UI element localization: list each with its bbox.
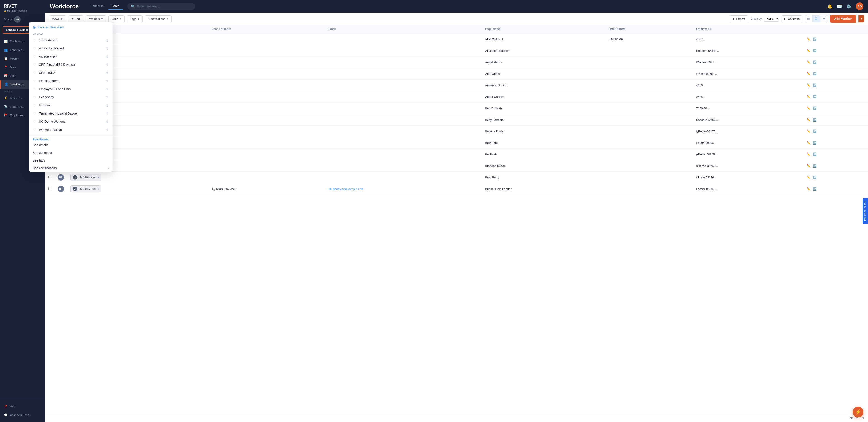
view-item-label: UG Demo Workers: [39, 120, 66, 123]
dropdown-presets-list: See details See absences See tags See ce…: [29, 141, 113, 172]
dropdown-view-item[interactable]: ♡ Foreman 🗑: [29, 101, 113, 109]
trash-icon[interactable]: 🗑: [106, 112, 109, 115]
view-item-label: Arcade View: [39, 55, 57, 58]
view-item-label: Email Address: [39, 79, 59, 83]
heart-icon: ♡: [33, 95, 37, 99]
trash-icon[interactable]: 🗑: [106, 96, 109, 99]
save-new-view-button[interactable]: ⊕ Save as New View: [33, 25, 64, 30]
heart-icon: ♡: [33, 38, 37, 42]
dropdown-preset-item[interactable]: See details: [29, 141, 113, 149]
view-item-label: Everybody: [39, 95, 54, 99]
dropdown-preset-item[interactable]: See tags: [29, 157, 113, 164]
dropdown-views-list: ♡ 5 Star Airport 🗑 ♡ Active Job Report 🗑…: [29, 36, 113, 134]
trash-icon[interactable]: 🗑: [106, 79, 109, 83]
dropdown-view-item[interactable]: ♡ Everybody 🗑: [29, 93, 113, 101]
trash-icon[interactable]: 🗑: [106, 120, 109, 123]
heart-icon: ♡: [33, 79, 37, 83]
dropdown-preset-item[interactable]: See certifications ›: [29, 164, 113, 172]
dropdown-divider: [29, 135, 113, 135]
trash-icon[interactable]: 🗑: [106, 128, 109, 131]
trash-icon[interactable]: 🗑: [106, 39, 109, 42]
view-item-label: Foreman: [39, 103, 52, 107]
view-item-label: Terminated Hospital Badge: [39, 111, 77, 115]
heart-icon: ♡: [33, 128, 37, 132]
view-item-label: CPR First Aid 30 Days out: [39, 63, 76, 66]
dropdown-header: ⊕ Save as New View: [29, 22, 113, 32]
dropdown-view-item[interactable]: ♡ CPR OSHA 🗑: [29, 69, 113, 77]
preset-item-label: See absences: [33, 151, 53, 155]
dropdown-view-item[interactable]: ♡ UG Demo Workers 🗑: [29, 118, 113, 126]
heart-icon: ♡: [33, 63, 37, 67]
trash-icon[interactable]: 🗑: [106, 47, 109, 50]
preset-item-label: See details: [33, 143, 48, 147]
trash-icon[interactable]: 🗑: [106, 104, 109, 107]
trash-icon[interactable]: 🗑: [106, 63, 109, 66]
my-views-label: My Views: [29, 32, 113, 36]
view-item-label: Worker Location: [39, 128, 62, 131]
heart-icon: ♡: [33, 71, 37, 75]
heart-icon: ♡: [33, 103, 37, 107]
heart-icon: ♡: [33, 46, 37, 51]
chevron-right-icon: ›: [108, 166, 109, 170]
view-item-label: Active Job Report: [39, 46, 64, 50]
views-dropdown: ⊕ Save as New View My Views ♡ 5 Star Air…: [29, 22, 113, 172]
plus-icon: ⊕: [33, 25, 36, 30]
presets-label: Rivet Presets: [29, 137, 113, 141]
view-item-label: Employee ID And Email: [39, 87, 72, 91]
dropdown-view-item[interactable]: ♡ Active Job Report 🗑: [29, 44, 113, 53]
dropdown-view-item[interactable]: ♡ Worker Location 🗑: [29, 126, 113, 134]
dropdown-overlay[interactable]: [0, 0, 868, 422]
dropdown-view-item[interactable]: ♡ Employee ID And Email 🗑: [29, 85, 113, 93]
view-item-label: 5 Star Airport: [39, 38, 57, 42]
heart-icon: ♡: [33, 111, 37, 116]
trash-icon[interactable]: 🗑: [106, 55, 109, 58]
view-item-label: CPR OSHA: [39, 71, 55, 74]
heart-icon: ♡: [33, 55, 37, 59]
dropdown-view-item[interactable]: ♡ Arcade View 🗑: [29, 53, 113, 61]
dropdown-view-item[interactable]: ♡ Terminated Hospital Badge 🗑: [29, 109, 113, 118]
dropdown-view-item[interactable]: ♡ Email Address 🗑: [29, 77, 113, 85]
preset-item-label: See tags: [33, 159, 45, 162]
heart-icon: ♡: [33, 87, 37, 91]
dropdown-view-item[interactable]: ♡ 5 Star Airport 🗑: [29, 36, 113, 44]
heart-icon: ♡: [33, 120, 37, 124]
dropdown-preset-item[interactable]: See absences: [29, 149, 113, 157]
preset-item-label: See certifications: [33, 166, 57, 170]
trash-icon[interactable]: 🗑: [106, 88, 109, 91]
dropdown-view-item[interactable]: ♡ CPR First Aid 30 Days out 🗑: [29, 61, 113, 69]
trash-icon[interactable]: 🗑: [106, 71, 109, 74]
